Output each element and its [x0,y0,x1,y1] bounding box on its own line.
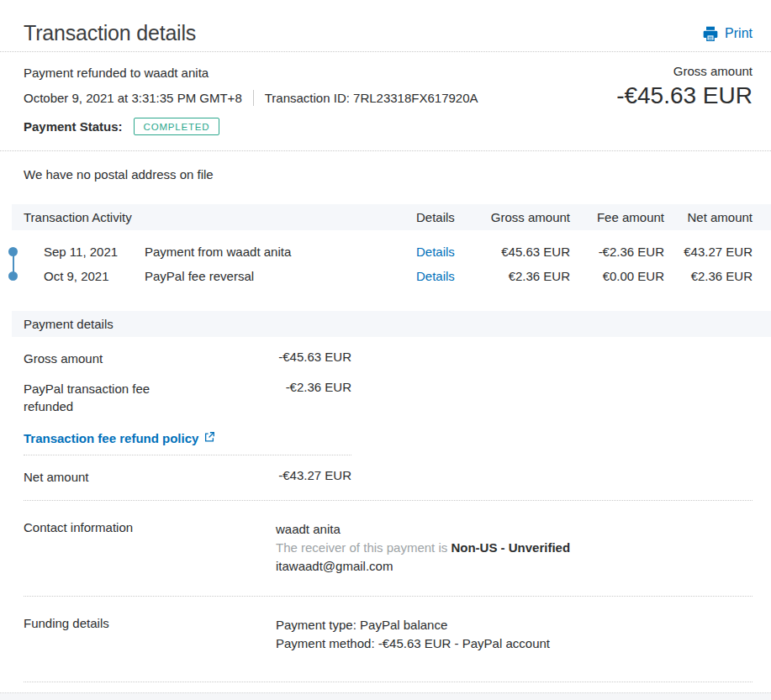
row-fee: -€2.36 EUR [570,245,664,259]
receiver-status-line: The receiver of this payment is Non-US -… [276,539,570,557]
activity-rows: Sep 11, 2021 Payment from waadt anita De… [0,239,771,288]
divider [24,596,753,597]
row-description: PayPal fee reversal [145,269,416,283]
details-link[interactable]: Details [416,269,471,283]
row-label: Net amount [24,468,276,486]
gross-amount-summary: Gross amount -€45.63 EUR [616,64,753,109]
row-date: Oct 9, 2021 [44,269,145,283]
row-fee: €0.00 EUR [570,269,664,283]
column-net-amount: Net amount [664,210,753,224]
contact-information-section: Contact information waadt anita The rece… [0,520,771,576]
column-details: Details [416,210,471,224]
page-header: Transaction details Print [0,0,771,52]
fee-refunded-row: PayPal transaction fee refunded -€2.36 E… [0,380,771,415]
row-gross: €45.63 EUR [471,245,570,259]
net-amount-row: Net amount -€43.27 EUR [0,468,771,486]
table-row: Sep 11, 2021 Payment from waadt anita De… [0,239,771,264]
timeline-dot [8,271,18,281]
contact-name: waadt anita [276,520,570,539]
gross-amount-label: Gross amount [616,64,753,78]
vertical-divider [253,90,254,106]
transaction-id: Transaction ID: 7RL23318FX617920A [265,91,478,105]
transaction-activity-header: Transaction Activity Details Gross amoun… [12,204,771,230]
row-label: PayPal transaction fee refunded [24,380,183,415]
divider [24,500,753,501]
gross-amount-value: -€45.63 EUR [616,82,753,109]
row-value: -€45.63 EUR [276,350,351,367]
row-date: Sep 11, 2021 [44,245,145,259]
footer-strip [0,692,771,700]
column-gross-amount: Gross amount [471,210,570,224]
row-gross: €2.36 EUR [471,269,570,283]
status-badge: COMPLETED [134,118,220,135]
funding-details-label: Funding details [24,616,276,653]
external-link-icon [203,431,215,445]
payment-details-header: Payment details [12,311,771,337]
row-value: -€2.36 EUR [276,380,351,415]
payment-method: Payment method: -€45.63 EUR - PayPal acc… [276,634,550,653]
print-button[interactable]: Print [702,25,753,42]
row-value: -€43.27 EUR [276,468,351,486]
contact-information-label: Contact information [24,520,276,576]
print-icon [702,25,719,42]
row-label: Gross amount [24,350,276,367]
table-row: Oct 9, 2021 PayPal fee reversal Details … [0,264,771,288]
timeline-dot [8,247,18,256]
row-net: €43.27 EUR [664,245,753,259]
column-fee-amount: Fee amount [570,210,664,224]
print-label: Print [725,26,753,41]
transaction-fee-refund-policy-link[interactable]: Transaction fee refund policy [24,431,215,445]
transaction-date: October 9, 2021 at 3:31:35 PM GMT+8 [24,91,242,105]
divider [24,455,351,455]
row-description: Payment from waadt anita [145,245,416,259]
payment-status-label: Payment Status: [24,119,123,134]
activity-title: Transaction Activity [24,210,416,224]
transaction-summary: Payment refunded to waadt anita October … [0,52,771,151]
receiver-status: Non-US - Unverified [451,540,570,555]
payment-type: Payment type: PayPal balance [276,616,550,634]
contact-email: itawaadt@gmail.com [276,557,570,576]
payment-details-title: Payment details [24,317,416,331]
gross-amount-row: Gross amount -€45.63 EUR [0,350,771,367]
details-link[interactable]: Details [416,245,471,259]
funding-details-section: Funding details Payment type: PayPal bal… [0,616,771,653]
policy-link-label: Transaction fee refund policy [24,431,198,445]
row-net: €2.36 EUR [664,269,753,283]
page-title: Transaction details [24,21,196,45]
postal-address-note: We have no postal address on file [0,151,771,182]
